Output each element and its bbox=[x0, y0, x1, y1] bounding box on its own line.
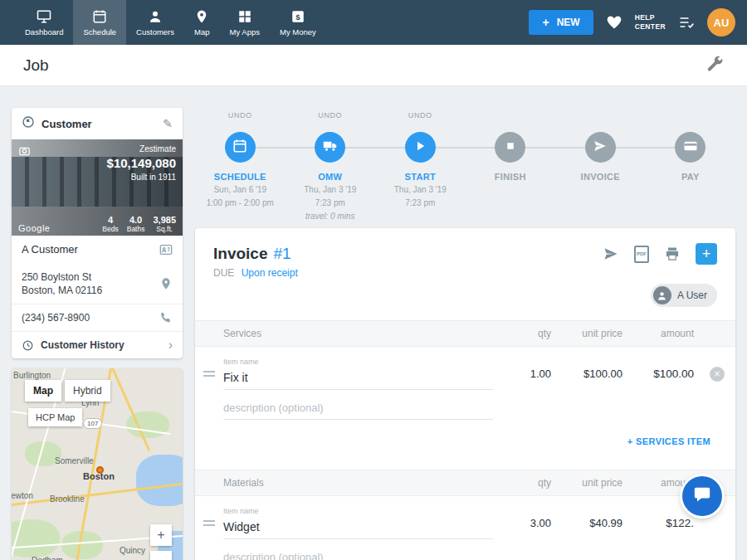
avatar[interactable]: AU bbox=[707, 8, 735, 37]
step-omw: UNDO OMW Thu, Jan 3 '19 7:23 pm travel: … bbox=[286, 111, 376, 222]
item-unit-price[interactable]: $40.99 bbox=[556, 517, 627, 529]
step-name: SCHEDULE bbox=[214, 172, 266, 182]
due-row: DUE Upon receipt bbox=[195, 265, 735, 279]
due-label: DUE bbox=[213, 267, 234, 279]
add-services-item-link[interactable]: + SERVICES ITEM bbox=[627, 436, 710, 446]
property-stats: 4 Beds 4.0 Baths 3,985 Sq.ft. bbox=[102, 215, 176, 233]
section-title: Materials bbox=[223, 477, 493, 489]
omw-step-button[interactable] bbox=[315, 132, 345, 163]
heart-icon[interactable] bbox=[606, 14, 622, 31]
undo-link[interactable]: UNDO bbox=[318, 111, 342, 124]
zoom-out-button[interactable]: − bbox=[150, 551, 172, 560]
top-nav: Dashboard Schedule Customers Map My Apps… bbox=[0, 0, 747, 45]
location-pin-icon[interactable] bbox=[159, 277, 173, 290]
invoice-step-button[interactable] bbox=[585, 132, 616, 163]
phone-icon[interactable] bbox=[159, 311, 173, 324]
item-description-input[interactable] bbox=[223, 548, 493, 560]
contact-card-icon[interactable] bbox=[159, 243, 173, 256]
unit-price-column-header: unit price bbox=[556, 328, 627, 339]
apps-grid-icon bbox=[237, 9, 252, 24]
service-item-row: Item name 1.00 $100.00 $100.00 × bbox=[195, 347, 735, 390]
content: Customer ✎ Zestimate $10,149,080 Built i… bbox=[0, 86, 747, 560]
calendar-icon bbox=[92, 9, 107, 24]
services-section-header: Services qty unit price amount bbox=[195, 320, 735, 347]
finish-step-button[interactable] bbox=[495, 132, 525, 163]
step-detail: Thu, Jan 3 '19 bbox=[394, 184, 447, 195]
pdf-icon[interactable]: PDF bbox=[634, 246, 649, 263]
customer-history-label: Customer History bbox=[41, 339, 124, 351]
nav-item-map[interactable]: Map bbox=[184, 0, 219, 45]
print-icon[interactable] bbox=[664, 246, 681, 262]
map-type-map-button[interactable]: Map bbox=[25, 380, 61, 402]
item-unit-price[interactable]: $100.00 bbox=[556, 368, 627, 380]
customer-name: A Customer bbox=[22, 242, 78, 257]
map-card[interactable]: Burlington Lynn 107 Somerville Boston Ne… bbox=[12, 368, 183, 560]
schedule-step-button[interactable] bbox=[225, 132, 256, 163]
unit-price-column-header: unit price bbox=[556, 477, 627, 489]
stat-label: Beds bbox=[102, 225, 118, 233]
zestimate-block: Zestimate $10,149,080 Built in 1911 bbox=[107, 144, 176, 183]
nav-item-customers[interactable]: Customers bbox=[126, 0, 184, 45]
material-item-row: Item name 3.00 $40.99 $122. bbox=[195, 496, 735, 539]
materials-section-header: Materials qty unit price amount bbox=[195, 470, 735, 496]
main-column: UNDO SCHEDULE Sun, Jan 6 '19 1:00 pm - 2… bbox=[195, 108, 735, 560]
item-name-field: Item name bbox=[223, 358, 493, 390]
drag-handle[interactable] bbox=[203, 520, 215, 526]
map-type-hybrid-button[interactable]: Hybrid bbox=[65, 380, 110, 402]
new-button[interactable]: + NEW bbox=[529, 10, 593, 35]
nav-item-schedule[interactable]: Schedule bbox=[73, 0, 126, 45]
item-qty[interactable]: 3.00 bbox=[493, 517, 556, 529]
customer-card: Customer ✎ Zestimate $10,149,080 Built i… bbox=[12, 108, 183, 358]
stat-baths: 4.0 Baths bbox=[127, 215, 145, 233]
step-detail: 7:23 pm bbox=[315, 197, 345, 208]
undo-link[interactable]: UNDO bbox=[228, 111, 252, 124]
invoice-title: Invoice bbox=[213, 245, 267, 263]
item-name-label: Item name bbox=[223, 358, 493, 366]
edit-pencil-icon[interactable]: ✎ bbox=[163, 117, 173, 130]
nav-label: Map bbox=[194, 27, 209, 37]
item-amount: $122. bbox=[627, 517, 699, 529]
zoom-in-button[interactable]: + bbox=[150, 524, 172, 546]
item-name-input[interactable] bbox=[223, 517, 493, 539]
step-detail: 7:23 pm bbox=[405, 197, 435, 208]
nav-item-my-apps[interactable]: My Apps bbox=[220, 0, 270, 45]
material-desc-row bbox=[195, 539, 735, 560]
stat-label: Sq.ft. bbox=[153, 225, 176, 233]
customer-card-title: Customer bbox=[42, 118, 92, 130]
timeline-steps: UNDO SCHEDULE Sun, Jan 6 '19 1:00 pm - 2… bbox=[195, 111, 735, 222]
item-amount: $100.00 bbox=[627, 368, 699, 380]
invoice-toolbar: PDF + bbox=[603, 243, 717, 265]
customer-name-row: A Customer bbox=[12, 236, 183, 264]
step-detail: 1:00 pm - 2:00 pm bbox=[207, 197, 274, 208]
google-watermark: Google bbox=[18, 223, 50, 233]
chat-bubble-button[interactable] bbox=[682, 476, 722, 516]
map-road bbox=[111, 368, 150, 451]
item-description-input[interactable] bbox=[223, 398, 493, 420]
customer-address-row: 250 Boylston St Boston, MA 02116 bbox=[12, 264, 183, 304]
remove-item-icon[interactable]: × bbox=[710, 367, 725, 382]
calendar-icon bbox=[232, 139, 247, 157]
job-settings-icon[interactable] bbox=[706, 55, 724, 76]
start-step-button[interactable] bbox=[405, 132, 436, 163]
checklist-icon[interactable] bbox=[678, 14, 695, 31]
hcp-map-button[interactable]: HCP Map bbox=[28, 408, 82, 426]
assignee-pill[interactable]: A User bbox=[651, 284, 717, 307]
item-name-input[interactable] bbox=[223, 368, 493, 390]
nav-item-dashboard[interactable]: Dashboard bbox=[15, 0, 73, 45]
pay-step-button[interactable] bbox=[675, 132, 706, 163]
undo-link[interactable]: UNDO bbox=[408, 111, 432, 124]
nav-label: Dashboard bbox=[25, 27, 63, 37]
nav-item-my-money[interactable]: $ My Money bbox=[270, 0, 326, 45]
add-invoice-button[interactable]: + bbox=[696, 243, 717, 265]
customer-history-row[interactable]: Customer History › bbox=[12, 331, 183, 358]
stat-sqft: 3,985 Sq.ft. bbox=[153, 215, 176, 233]
route-shield: 107 bbox=[83, 418, 102, 429]
help-center-link[interactable]: HELP CENTER bbox=[635, 13, 666, 32]
invoice-number[interactable]: #1 bbox=[273, 245, 290, 263]
service-desc-row bbox=[195, 390, 735, 420]
send-invoice-icon[interactable] bbox=[603, 246, 619, 262]
drag-handle[interactable] bbox=[203, 371, 215, 377]
due-terms-link[interactable]: Upon receipt bbox=[242, 267, 298, 279]
section-title: Services bbox=[223, 328, 493, 339]
item-qty[interactable]: 1.00 bbox=[493, 368, 556, 380]
